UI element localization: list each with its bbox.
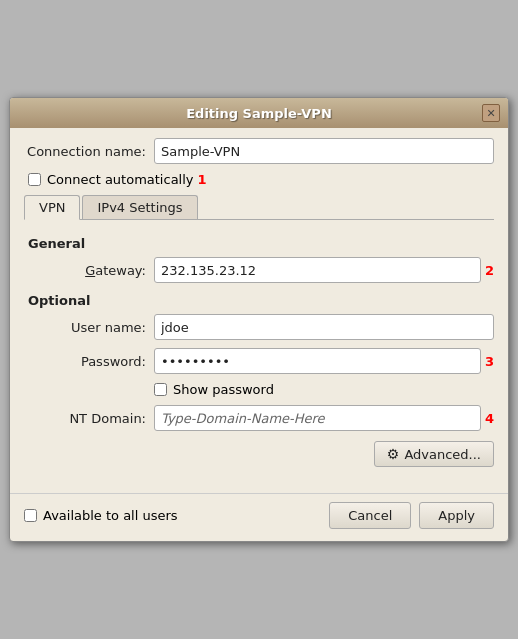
footer-left: Available to all users [24,508,178,523]
annotation-4: 4 [485,411,494,426]
vpn-tab-content: General Gateway: 2 Optional User name: [24,230,494,479]
annotation-1: 1 [198,172,207,187]
gateway-input[interactable] [154,257,481,283]
connect-auto-row: Connect automatically 1 [24,172,494,187]
gateway-label: Gateway: [24,263,154,278]
available-checkbox[interactable] [24,509,37,522]
available-label: Available to all users [43,508,178,523]
connect-auto-label: Connect automatically [47,172,194,187]
titlebar: Editing Sample-VPN ✕ [10,98,508,128]
show-password-label: Show password [173,382,274,397]
connection-name-row: Connection name: [24,138,494,164]
footer-right: Cancel Apply [329,502,494,529]
dialog-footer: Available to all users Cancel Apply [10,493,508,541]
password-label: Password: [24,354,154,369]
nt-domain-input[interactable] [154,405,481,431]
general-label: General [24,236,494,251]
gateway-row: Gateway: 2 [24,257,494,283]
dialog-body: Connection name: Connect automatically 1… [10,128,508,489]
annotation-2: 2 [485,263,494,278]
cancel-button[interactable]: Cancel [329,502,411,529]
close-button[interactable]: ✕ [482,104,500,122]
apply-button[interactable]: Apply [419,502,494,529]
nt-domain-label: NT Domain: [24,411,154,426]
show-password-row: Show password [24,382,494,397]
password-row: Password: 3 [24,348,494,374]
username-input[interactable] [154,314,494,340]
window-title: Editing Sample-VPN [36,106,482,121]
advanced-button[interactable]: ⚙ Advanced... [374,441,494,467]
optional-label: Optional [24,293,494,308]
tab-ipv4[interactable]: IPv4 Settings [82,195,197,219]
connect-auto-checkbox[interactable] [28,173,41,186]
general-section: General Gateway: 2 [24,236,494,283]
optional-section: Optional User name: Password: 3 Show pas… [24,293,494,431]
username-row: User name: [24,314,494,340]
password-input[interactable] [154,348,481,374]
show-password-checkbox[interactable] [154,383,167,396]
nt-domain-row: NT Domain: 4 [24,405,494,431]
annotation-3: 3 [485,354,494,369]
connection-name-input[interactable] [154,138,494,164]
tabs-container: VPN IPv4 Settings [24,195,494,220]
gear-icon: ⚙ [387,446,400,462]
tab-vpn[interactable]: VPN [24,195,80,220]
dialog-window: Editing Sample-VPN ✕ Connection name: Co… [9,97,509,542]
connection-name-label: Connection name: [24,144,154,159]
username-label: User name: [24,320,154,335]
advanced-row: ⚙ Advanced... [24,441,494,467]
